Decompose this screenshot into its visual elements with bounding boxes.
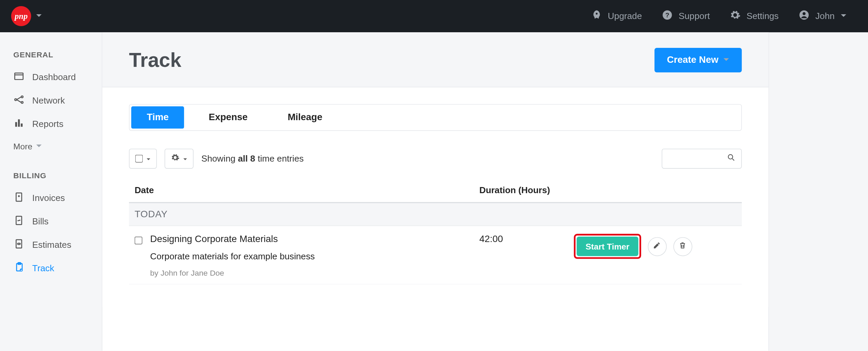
row-checkbox[interactable] bbox=[135, 237, 142, 244]
sidebar-item-label: Track bbox=[32, 263, 54, 274]
invoice-icon bbox=[13, 191, 24, 205]
logo-text: pnp bbox=[15, 12, 27, 21]
create-new-button[interactable]: Create New bbox=[655, 48, 742, 72]
sidebar-item-label: Reports bbox=[32, 119, 63, 129]
svg-rect-10 bbox=[21, 124, 22, 127]
chevron-down-icon bbox=[840, 11, 847, 21]
sidebar: GENERAL Dashboard Network Reports More B… bbox=[0, 32, 102, 351]
svg-rect-13 bbox=[16, 240, 22, 248]
settings-label: Settings bbox=[747, 11, 779, 21]
start-timer-button[interactable]: Start Timer bbox=[577, 237, 638, 256]
sidebar-item-label: Network bbox=[32, 96, 65, 106]
highlight-box: Start Timer bbox=[574, 234, 641, 259]
topbar: pnp Upgrade ? Support Settings John bbox=[0, 0, 868, 32]
delete-button[interactable] bbox=[673, 237, 692, 256]
filter-toolbar: Showing all 8 time entries bbox=[129, 149, 742, 169]
sidebar-more[interactable]: More bbox=[0, 136, 102, 156]
search-input[interactable] bbox=[662, 149, 742, 169]
main: Track Create New Time Expense Mileage bbox=[102, 32, 868, 351]
support-label: Support bbox=[679, 11, 710, 21]
sidebar-item-reports[interactable]: Reports bbox=[0, 112, 102, 136]
user-menu[interactable]: John bbox=[789, 10, 857, 23]
trash-icon bbox=[678, 241, 687, 252]
group-today: TODAY bbox=[129, 203, 742, 226]
table-header: Date Duration (Hours) bbox=[129, 185, 742, 203]
settings-link[interactable]: Settings bbox=[720, 10, 789, 23]
sidebar-item-network[interactable]: Network bbox=[0, 89, 102, 112]
sidebar-item-estimates[interactable]: Estimates bbox=[0, 233, 102, 257]
tab-time[interactable]: Time bbox=[131, 106, 184, 129]
sidebar-item-label: Invoices bbox=[32, 193, 65, 203]
tab-mileage[interactable]: Mileage bbox=[272, 106, 338, 129]
bulk-actions-dropdown[interactable] bbox=[164, 149, 193, 169]
filter-summary: Showing all 8 time entries bbox=[201, 154, 304, 164]
sidebar-item-label: Bills bbox=[32, 217, 48, 227]
upgrade-label: Upgrade bbox=[608, 11, 642, 21]
col-duration: Duration (Hours) bbox=[479, 185, 591, 196]
tab-expense[interactable]: Expense bbox=[193, 106, 263, 129]
page-header: Track Create New bbox=[102, 32, 769, 87]
svg-point-17 bbox=[728, 154, 733, 159]
track-icon bbox=[13, 262, 24, 275]
upgrade-link[interactable]: Upgrade bbox=[581, 10, 652, 23]
logo-badge: pnp bbox=[11, 6, 31, 26]
create-new-label: Create New bbox=[667, 55, 718, 66]
entry-duration: 42:00 bbox=[479, 234, 574, 245]
reports-icon bbox=[13, 117, 24, 131]
edit-button[interactable] bbox=[648, 237, 667, 256]
logo[interactable]: pnp bbox=[11, 6, 42, 26]
sidebar-item-dashboard[interactable]: Dashboard bbox=[0, 66, 102, 89]
pencil-icon bbox=[653, 241, 662, 252]
user-label: John bbox=[815, 11, 835, 21]
sidebar-section-general: GENERAL bbox=[0, 45, 102, 66]
chevron-down-icon bbox=[36, 11, 42, 21]
gear-icon bbox=[730, 10, 741, 23]
entry-title: Designing Corporate Materials bbox=[150, 234, 479, 245]
caret-down-icon bbox=[183, 154, 188, 164]
table-row: Designing Corporate Materials Corporate … bbox=[129, 226, 742, 284]
sidebar-section-billing: BILLING bbox=[0, 166, 102, 186]
sidebar-item-track[interactable]: Track bbox=[0, 257, 102, 280]
sidebar-more-label: More bbox=[13, 142, 32, 151]
estimate-icon bbox=[13, 238, 24, 252]
user-icon bbox=[799, 10, 810, 23]
sidebar-item-bills[interactable]: Bills bbox=[0, 210, 102, 233]
svg-rect-4 bbox=[15, 73, 23, 79]
select-all-dropdown[interactable] bbox=[129, 149, 157, 169]
gear-icon bbox=[171, 153, 179, 164]
chevron-down-icon bbox=[36, 142, 42, 151]
track-tabs: Time Expense Mileage bbox=[129, 104, 742, 131]
sidebar-item-invoices[interactable]: Invoices bbox=[0, 186, 102, 210]
page-title: Track bbox=[129, 49, 181, 72]
entry-desc: Corporate materials for example business bbox=[150, 252, 479, 262]
svg-rect-8 bbox=[15, 122, 17, 127]
bill-icon bbox=[13, 215, 24, 228]
svg-point-6 bbox=[21, 96, 23, 98]
network-icon bbox=[13, 94, 24, 107]
svg-point-5 bbox=[15, 99, 16, 100]
rocket-icon bbox=[591, 10, 602, 23]
help-icon: ? bbox=[662, 10, 673, 23]
entry-byline: by John for Jane Doe bbox=[150, 268, 479, 277]
svg-point-7 bbox=[21, 101, 23, 103]
dashboard-icon bbox=[13, 71, 24, 84]
svg-point-3 bbox=[803, 12, 806, 15]
chevron-down-icon bbox=[723, 55, 730, 66]
support-link[interactable]: ? Support bbox=[652, 10, 720, 23]
select-all-checkbox[interactable] bbox=[135, 155, 143, 163]
search-icon bbox=[727, 153, 735, 164]
sidebar-item-label: Dashboard bbox=[32, 72, 76, 82]
col-date: Date bbox=[135, 185, 479, 196]
svg-rect-9 bbox=[18, 119, 20, 127]
sidebar-item-label: Estimates bbox=[32, 240, 71, 250]
svg-text:?: ? bbox=[666, 12, 670, 19]
caret-down-icon bbox=[146, 154, 151, 164]
